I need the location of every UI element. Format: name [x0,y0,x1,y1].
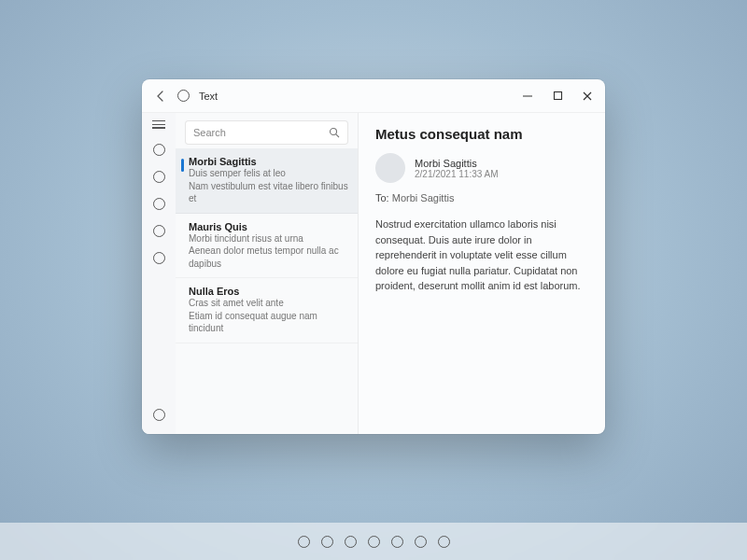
window-controls [521,90,594,103]
minimize-button[interactable] [521,90,534,103]
nav-item-1[interactable] [153,144,165,156]
hamburger-icon[interactable] [152,120,165,129]
app-icon [177,90,190,102]
taskbar [0,523,747,560]
message-subject: Metus consequat nam [375,126,588,142]
nav-item-5[interactable] [153,252,165,264]
list-item[interactable]: Morbi Sagittis Duis semper felis at leo … [176,148,358,214]
to-value: Morbi Sagittis [392,192,455,203]
svg-line-3 [336,134,339,137]
taskbar-icon[interactable] [345,536,357,548]
nav-item-settings[interactable] [153,409,165,421]
titlebar: Text [142,79,605,113]
window-title: Text [199,91,218,102]
list-item-preview: Aenean dolor metus tempor nulla ac dapib… [189,245,348,270]
list-item[interactable]: Nulla Eros Cras sit amet velit ante Etia… [176,278,358,343]
message-body: Nostrud exercitation ullamco laboris nis… [375,217,588,294]
list-item-preview: Duis semper felis at leo [189,167,348,180]
close-button[interactable] [581,90,594,103]
taskbar-icon[interactable] [368,536,380,548]
sender-date: 2/21/2021 11:33 AM [415,169,499,179]
app-window: Text [142,79,605,434]
svg-point-2 [331,129,337,135]
taskbar-icon[interactable] [415,536,427,548]
back-button[interactable] [153,89,168,104]
message-list-pane: Morbi Sagittis Duis semper felis at leo … [176,113,359,434]
list-item-preview: Cras sit amet velit ante [189,297,348,310]
nav-item-4[interactable] [153,225,165,237]
list-item-title: Morbi Sagittis [189,156,348,167]
list-item-preview: Morbi tincidunt risus at urna [189,232,348,245]
maximize-button[interactable] [551,90,564,103]
list-item-preview: Nam vestibulum est vitae libero finibus … [189,180,348,205]
nav-item-3[interactable] [153,198,165,210]
sender-row: Morbi Sagittis 2/21/2021 11:33 AM [375,153,588,183]
sender-name: Morbi Sagittis [415,158,499,169]
list-item[interactable]: Mauris Quis Morbi tincidunt risus at urn… [176,214,358,279]
message-detail-pane: Metus consequat nam Morbi Sagittis 2/21/… [359,113,605,434]
taskbar-icon[interactable] [298,536,310,548]
taskbar-icon[interactable] [391,536,403,548]
taskbar-icon[interactable] [438,536,450,548]
list-item-title: Mauris Quis [189,221,348,232]
to-label: To: [375,192,389,203]
to-row: To: Morbi Sagittis [375,192,588,203]
search-icon [329,127,340,138]
window-body: Morbi Sagittis Duis semper felis at leo … [142,113,605,434]
list-item-title: Nulla Eros [189,286,348,297]
taskbar-icon[interactable] [321,536,333,548]
avatar [375,153,405,183]
nav-item-2[interactable] [153,171,165,183]
search-box[interactable] [185,120,348,145]
search-input[interactable] [193,127,329,138]
svg-rect-1 [554,92,561,100]
list-item-preview: Etiam id consequat augue nam tincidunt [189,310,348,335]
sidebar [142,113,176,434]
